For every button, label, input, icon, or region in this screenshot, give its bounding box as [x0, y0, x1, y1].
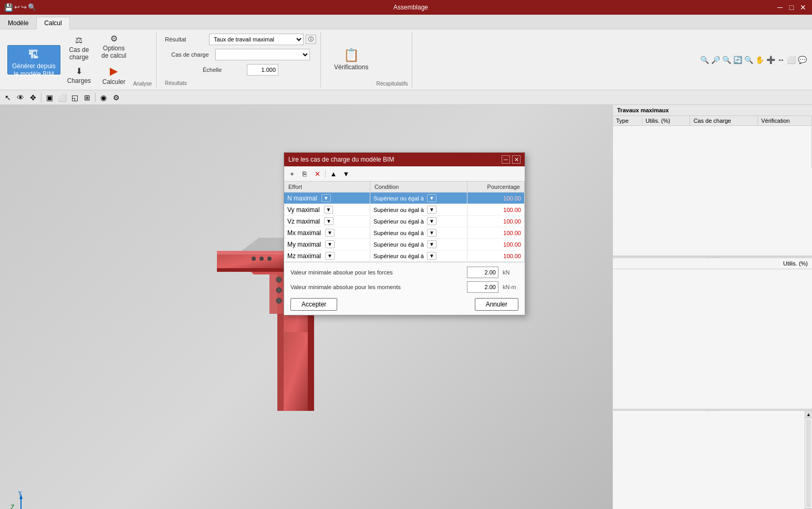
effort-caret-5[interactable]: ▼ — [325, 252, 335, 260]
help-icon-10[interactable]: 💬 — [798, 56, 807, 64]
search-icon[interactable]: 🔍 — [28, 3, 36, 12]
modal-col-effort: Effort — [284, 182, 370, 193]
help-icon-9[interactable]: ⬜ — [787, 56, 796, 64]
close-button[interactable]: ✕ — [798, 3, 808, 12]
utilis-section: Utilis. (%) — [613, 258, 812, 409]
view1-button[interactable]: ▣ — [44, 92, 55, 103]
effort-caret-3[interactable]: ▼ — [325, 229, 335, 237]
help-icon-1[interactable]: 🔍 — [700, 56, 709, 64]
resultat-field-row: Résultat Taux de travail maximal ⓘ — [165, 34, 316, 45]
condition-caret-3[interactable]: ▼ — [427, 229, 436, 237]
help-icon-5[interactable]: 🔍 — [744, 56, 753, 64]
modal-accepter-button[interactable]: Accepter — [290, 298, 337, 311]
condition-caret-4[interactable]: ▼ — [427, 240, 436, 248]
moments-field-row: Valeur minimale absolue pour les moments… — [290, 281, 518, 293]
generer-button[interactable]: 🏗 Générer depuis le modèle BIM — [7, 45, 60, 75]
echelle-input[interactable]: 1.000 — [247, 64, 278, 76]
effort-caret-4[interactable]: ▼ — [325, 240, 335, 248]
resultat-info-button[interactable]: ⓘ — [306, 35, 316, 44]
effort-caret-2[interactable]: ▼ — [324, 217, 334, 225]
forces-input[interactable]: 2.00 — [467, 267, 498, 278]
tab-modele[interactable]: Modèle — [0, 17, 36, 29]
condition-caret-1[interactable]: ▼ — [427, 206, 436, 214]
cas-charge-icon: ⚖ — [75, 35, 82, 45]
hidden-button[interactable]: ◉ — [98, 92, 109, 103]
table-row[interactable]: Vz maximal ▼ Supérieur ou égal à ▼ 100.0… — [284, 216, 525, 227]
utilis-content — [613, 269, 812, 348]
travaux-max-table: Type Utilis. (%) Cas de charge Vérificat… — [613, 116, 812, 168]
charges-button[interactable]: ⬇ Charges — [64, 64, 95, 87]
effort-cell: N maximal ▼ — [284, 193, 370, 204]
app-icon: 💾 — [4, 3, 13, 12]
modal-down-button[interactable]: ▼ — [340, 168, 352, 179]
travaux-max-section: Travaux maximaux Type Utilis. (%) Cas de… — [613, 105, 812, 256]
verifications-icon: 📋 — [343, 48, 359, 62]
modal-title: Lire les cas de charge du modèle BIM — [288, 156, 394, 163]
ribbon: Modèle Calcul 🏗 Générer depuis le modèle… — [0, 15, 812, 90]
help-icon-6[interactable]: ✋ — [755, 56, 764, 64]
table-row[interactable]: Vy maximal ▼ Supérieur ou égal à ▼ 100.0… — [284, 204, 525, 216]
table-row[interactable]: Mz maximal ▼ Supérieur ou égal à ▼ 100.0… — [284, 250, 525, 262]
effort-caret-0[interactable]: ▼ — [321, 194, 331, 202]
table-row[interactable]: My maximal ▼ Supérieur ou égal à ▼ 100.0… — [284, 239, 525, 250]
toolbar-sep-1 — [41, 93, 41, 102]
modal-toolbar-sep — [325, 169, 326, 178]
view2-button[interactable]: ⬜ — [56, 92, 68, 103]
condition-cell: Supérieur ou égal à ▼ — [370, 193, 467, 204]
help-icon-3[interactable]: 🔍 — [722, 56, 731, 64]
modal-close-button[interactable]: ✕ — [512, 155, 520, 164]
move-button[interactable]: ✥ — [27, 92, 39, 103]
settings-button[interactable]: ⚙ — [110, 92, 122, 103]
help-icon-8[interactable]: ↔ — [777, 56, 785, 64]
col-type: Type — [613, 116, 642, 126]
calculer-button[interactable]: ▶ Calculer — [98, 62, 130, 88]
view4-button[interactable]: ⊞ — [81, 92, 93, 103]
table-row[interactable]: Mx maximal ▼ Supérieur ou égal à ▼ 100.0… — [284, 227, 525, 239]
help-icon-4[interactable]: 🔄 — [733, 56, 742, 64]
help-icon-7[interactable]: ➕ — [766, 56, 775, 64]
eye-button[interactable]: 👁 — [15, 92, 26, 103]
condition-caret-2[interactable]: ▼ — [427, 217, 436, 225]
condition-cell: Supérieur ou égal à ▼ — [370, 216, 467, 227]
cursor-button[interactable]: ↖ — [2, 92, 14, 103]
ribbon-tabs: Modèle Calcul — [0, 15, 812, 29]
condition-caret-5[interactable]: ▼ — [427, 252, 436, 260]
cas-charge-select[interactable] — [215, 49, 310, 60]
svg-point-8 — [276, 277, 282, 282]
modal-table-wrap[interactable]: Effort Condition Pourcentage N maximal ▼ — [284, 182, 525, 262]
cas-charge-button[interactable]: ⚖ Cas de charge — [64, 33, 95, 63]
effort-caret-1[interactable]: ▼ — [324, 206, 334, 214]
cas-charge-label: Cas de charge — [171, 51, 213, 58]
modal-minimize-button[interactable]: ─ — [502, 155, 510, 164]
pourcentage-cell: 100.00 — [467, 193, 525, 204]
forces-field-row: Valeur minimale absolue pour les forces … — [290, 267, 518, 278]
minimize-button[interactable]: ─ — [775, 3, 785, 12]
modal-up-button[interactable]: ▲ — [328, 168, 339, 179]
cas-charge-field-row: Cas de charge — [171, 49, 310, 60]
effort-cell: Mz maximal ▼ — [284, 250, 370, 262]
table-row[interactable]: N maximal ▼ Supérieur ou égal à ▼ 100.00 — [284, 193, 525, 204]
maximize-button[interactable]: □ — [787, 3, 796, 12]
redo-icon[interactable]: ↪ — [21, 3, 27, 12]
verifications-button[interactable]: 📋 Vérifications — [329, 45, 373, 75]
modal-col-condition: Condition — [370, 182, 467, 193]
modal-add-button[interactable]: + — [286, 168, 298, 179]
tab-calcul[interactable]: Calcul — [36, 17, 69, 29]
resultat-label: Résultat — [165, 36, 207, 43]
condition-caret-0[interactable]: ▼ — [427, 194, 436, 202]
moments-input[interactable]: 2.00 — [467, 281, 498, 293]
modal-annuler-button[interactable]: Annuler — [475, 298, 518, 311]
ribbon-group-analyse: 🏗 Générer depuis le modèle BIM ⚖ Cas de … — [3, 31, 157, 88]
svg-rect-19 — [217, 253, 285, 269]
options-button[interactable]: ⚙ Options de calcul — [98, 31, 130, 61]
scrollbar[interactable]: ▲ ▼ — [805, 411, 812, 509]
svg-rect-22 — [283, 332, 309, 411]
help-icon-2[interactable]: 🔎 — [711, 56, 720, 64]
view3-button[interactable]: ◱ — [69, 92, 80, 103]
resultat-select[interactable]: Taux de travail maximal — [209, 34, 304, 45]
modal-copy-button[interactable]: ⎘ — [299, 168, 310, 179]
pourcentage-cell: 100.00 — [467, 239, 525, 250]
modal-delete-button[interactable]: ✕ — [311, 168, 323, 179]
pourcentage-cell: 100.00 — [467, 204, 525, 216]
undo-icon[interactable]: ↩ — [14, 3, 20, 12]
